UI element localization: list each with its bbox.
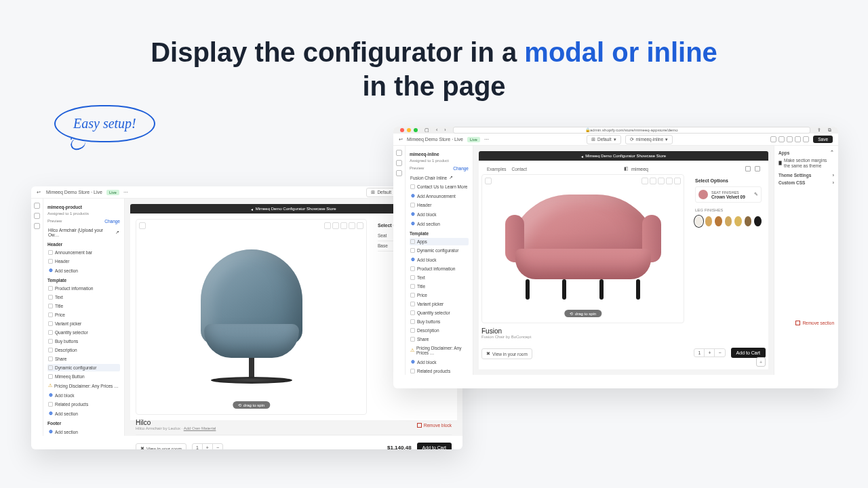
cart-icon[interactable] xyxy=(755,166,760,171)
more-icon[interactable]: ⋯ xyxy=(123,190,128,195)
quantity-stepper[interactable]: 1+− xyxy=(694,348,725,357)
add-section[interactable]: ⊕Add section xyxy=(47,409,120,418)
tree-item[interactable]: Dynamic configurator xyxy=(410,247,469,254)
tree-item[interactable]: Announcement bar xyxy=(47,249,120,256)
add-block[interactable]: ⊕Add block xyxy=(410,358,469,366)
tool-icon[interactable] xyxy=(332,222,339,229)
add-to-cart-button[interactable]: Add to Cart xyxy=(731,348,766,358)
color-swatch[interactable] xyxy=(745,216,752,226)
tree-item[interactable]: Contact Us to Learn More xyxy=(410,183,469,190)
expand-icon[interactable] xyxy=(485,178,492,184)
tool-icon[interactable] xyxy=(666,178,673,184)
add-section[interactable]: ⊕Add section xyxy=(47,428,120,436)
view-in-room-button[interactable]: ✖ View in your room xyxy=(136,443,186,449)
color-swatch[interactable] xyxy=(725,216,732,226)
sections-icon[interactable] xyxy=(34,203,40,209)
tree-item[interactable]: Variant picker xyxy=(410,300,469,308)
tree-item[interactable]: Share xyxy=(410,336,469,343)
tool-icon[interactable] xyxy=(357,222,363,229)
preview-product[interactable]: Hilco Armchair (Upload your Ow… ↗ xyxy=(47,226,120,239)
finish-card[interactable]: SEAT FINISHESCrown Velvet 09 ✎ xyxy=(695,186,762,203)
remove-section[interactable]: Remove section xyxy=(778,321,834,325)
color-swatch[interactable] xyxy=(705,216,713,226)
share-icon[interactable]: ⇪ xyxy=(817,127,821,133)
color-swatch[interactable] xyxy=(734,216,742,226)
tree-item[interactable]: Description xyxy=(410,327,469,334)
brand-logo[interactable]: ◧ mimeeq xyxy=(624,166,648,171)
tool-icon[interactable] xyxy=(658,178,665,184)
tree-item[interactable]: Product information xyxy=(47,285,120,292)
tree-item-selected[interactable]: Dynamic configurator xyxy=(47,364,120,371)
view-in-room-button[interactable]: ✖ View in your room xyxy=(481,348,532,359)
tree-item[interactable]: ⚠Pricing Disclaimer: Any Prices … xyxy=(47,382,120,390)
product-3d[interactable] xyxy=(191,249,313,385)
quantity-stepper[interactable]: 1+− xyxy=(192,443,223,450)
add-block[interactable]: ⊕Add block xyxy=(410,256,469,264)
tree-item[interactable]: Header xyxy=(410,201,469,209)
add-material-link[interactable]: Add Own Material xyxy=(184,426,216,430)
preview-product[interactable]: Fusion Chair Inline ↗ xyxy=(410,174,469,182)
color-swatch[interactable] xyxy=(754,216,762,226)
tool-icon[interactable] xyxy=(642,178,648,184)
change-link[interactable]: Change xyxy=(104,219,120,225)
toolbar-icon[interactable] xyxy=(778,136,785,142)
collapse-icon[interactable]: ⌃ xyxy=(830,150,834,155)
expand-icon[interactable] xyxy=(139,222,146,229)
tree-item[interactable]: ⚠Pricing Disclaimer: Any Prices … xyxy=(410,344,469,357)
tool-icon[interactable] xyxy=(650,178,656,184)
more-icon[interactable]: ⋯ xyxy=(484,137,489,142)
configurator-stage[interactable]: ⟲ drag to spin xyxy=(136,219,367,415)
plus-icon[interactable]: + xyxy=(756,357,766,367)
apps-icon[interactable] xyxy=(34,223,40,229)
tree-item[interactable]: Product information xyxy=(410,265,469,272)
add-to-cart-button[interactable]: Add to Cart xyxy=(417,443,452,450)
tree-item[interactable]: Share xyxy=(47,355,120,363)
tool-icon[interactable] xyxy=(340,222,347,229)
tree-item[interactable]: Title xyxy=(47,302,120,310)
redo-icon[interactable] xyxy=(803,136,809,142)
tool-icon[interactable] xyxy=(674,178,681,184)
add-section[interactable]: ⊕Add section xyxy=(47,266,120,274)
tree-item[interactable]: Text xyxy=(47,293,120,301)
change-link[interactable]: Change xyxy=(453,166,469,172)
tree-item[interactable]: Related products xyxy=(410,367,469,375)
tree-item[interactable]: Price xyxy=(47,311,120,319)
product-3d[interactable] xyxy=(509,195,658,303)
apps-icon[interactable] xyxy=(396,170,402,176)
exit-icon[interactable]: ↩ xyxy=(399,137,403,142)
settings-icon[interactable] xyxy=(396,160,402,166)
exit-icon[interactable]: ↩ xyxy=(37,190,42,195)
add-section[interactable]: ⊕Add section xyxy=(410,220,469,228)
add-block[interactable]: ⊕Add block xyxy=(410,210,469,218)
tree-item[interactable]: Price xyxy=(410,291,469,299)
tree-item[interactable]: Text xyxy=(410,274,469,281)
tree-item[interactable]: Related products xyxy=(47,401,120,408)
forward-icon[interactable]: › xyxy=(444,127,446,132)
tool-icon[interactable] xyxy=(324,222,331,229)
template-select[interactable]: ⟳ mimeeq-inline ▾ xyxy=(625,135,673,144)
add-block[interactable]: ⊕Add block xyxy=(47,391,120,399)
color-swatch[interactable] xyxy=(715,216,722,226)
nav-link[interactable]: Examples xyxy=(487,167,507,171)
tree-item[interactable]: Quantity selector xyxy=(410,309,469,317)
undo-icon[interactable] xyxy=(795,136,801,142)
sidebar-icon[interactable]: ▢ xyxy=(425,127,429,133)
device-select[interactable]: ⊞ Default ▾ xyxy=(587,135,621,144)
tree-item[interactable]: Mimeeq Button xyxy=(47,373,120,380)
add-block[interactable]: ⊕Add Announcement xyxy=(410,192,469,200)
back-icon[interactable]: ‹ xyxy=(436,127,437,132)
toolbar-icon[interactable] xyxy=(770,136,776,142)
tool-icon[interactable] xyxy=(349,222,355,229)
tree-item[interactable]: Quantity selector xyxy=(47,329,120,336)
nav-link[interactable]: Contact xyxy=(512,167,527,171)
tree-item-selected[interactable]: Apps xyxy=(410,238,469,245)
configurator-stage[interactable]: ⟲ drag to spin xyxy=(481,174,684,323)
tree-item[interactable]: Header xyxy=(47,258,120,265)
sections-icon[interactable] xyxy=(396,150,402,156)
tree-item[interactable]: Description xyxy=(47,346,120,354)
settings-icon[interactable] xyxy=(34,213,40,219)
color-swatch[interactable] xyxy=(695,216,703,226)
save-button[interactable]: Save xyxy=(813,136,833,143)
tree-item[interactable]: Variant picker xyxy=(47,320,120,327)
tabs-icon[interactable]: ⧉ xyxy=(828,127,831,133)
